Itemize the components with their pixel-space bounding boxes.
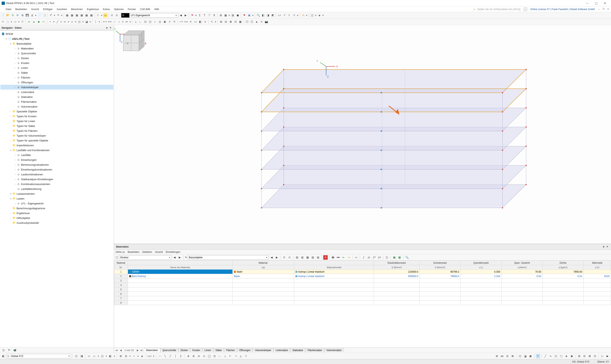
- load-pink-icon[interactable]: ●: [203, 20, 208, 24]
- cb-snap-9-icon[interactable]: ⊢: [228, 354, 233, 358]
- cb-r10-icon[interactable]: ═: [548, 354, 553, 358]
- table-tab[interactable]: Querschnitte: [160, 348, 178, 352]
- cb-snap-8-icon[interactable]: ⊥: [223, 354, 227, 358]
- snap-2-icon[interactable]: ∟: [138, 20, 143, 24]
- tabs-first-icon[interactable]: ⏮: [115, 349, 118, 352]
- t-fx-3-icon[interactable]: ƒ?: [372, 255, 376, 260]
- tree-root[interactable]: 📘 RFEM: [0, 31, 113, 36]
- snap-7-icon[interactable]: ◉: [162, 20, 167, 24]
- support-4-icon[interactable]: ⤊: [212, 13, 216, 18]
- table-row[interactable]: 3: [114, 278, 611, 283]
- cb-snap-11-icon[interactable]: ◬: [238, 354, 243, 358]
- copy-icon[interactable]: ⧉: [20, 13, 25, 18]
- cb-r18-icon[interactable]: ⊡: [593, 354, 597, 358]
- table-tab[interactable]: Volumensätze: [324, 348, 344, 352]
- tree-item[interactable]: ›◇Lastfälle: [0, 153, 113, 157]
- snap-1-icon[interactable]: ⊥: [133, 20, 138, 24]
- divide-icon[interactable]: ╎: [93, 20, 98, 24]
- snap-5-icon[interactable]: ⟐: [153, 20, 157, 24]
- tree-item[interactable]: ▾📁Lasten: [0, 196, 113, 201]
- close-button[interactable]: ✕: [600, 0, 609, 6]
- tabs-last-icon[interactable]: ⏭: [140, 349, 143, 352]
- cb-ico-3[interactable]: ▭: [87, 354, 91, 358]
- cb-ico-9[interactable]: ⟐: [132, 354, 136, 358]
- cb-r8-icon[interactable]: ↖: [536, 354, 540, 358]
- tabs-prev-icon[interactable]: ◀: [119, 349, 122, 352]
- layers-icon[interactable]: ▤: [231, 13, 235, 18]
- table-tab[interactable]: Stäbe: [213, 348, 224, 352]
- cb-r14-icon[interactable]: ◉: [570, 354, 574, 358]
- cube-icon[interactable]: ◧: [261, 13, 265, 18]
- table-row[interactable]: 2Bent DummyBasisIsotrop | Linear elastis…: [114, 274, 611, 278]
- camera-icon[interactable]: 📷: [264, 20, 269, 24]
- table-tab[interactable]: Stabsätze: [290, 348, 305, 352]
- doc-close-button[interactable]: ✕: [606, 7, 610, 11]
- table-tab[interactable]: Volumenkörper: [253, 348, 273, 352]
- menu-hilfe[interactable]: Hilfe: [152, 7, 161, 12]
- support-2-icon[interactable]: ⤒: [202, 13, 207, 18]
- tree-item[interactable]: ◇Stabsätze: [0, 94, 113, 99]
- tree-item[interactable]: ›◇Bemessungssituationen: [0, 162, 113, 167]
- snap-4-icon[interactable]: ◫: [148, 20, 152, 24]
- dim-1-icon[interactable]: ⟷: [103, 20, 107, 24]
- table-tab[interactable]: Flächensätze: [305, 348, 324, 352]
- menu-optionen[interactable]: Optionen: [112, 7, 126, 12]
- grid-opts-3-icon[interactable]: ⊠: [228, 20, 233, 24]
- cb-line-1-icon[interactable]: ─: [157, 354, 162, 358]
- surface-icon[interactable]: ▱: [70, 20, 74, 24]
- pointer-icon[interactable]: ↖: [1, 20, 5, 24]
- table-menu-bearbeiten[interactable]: Bearbeiten: [128, 251, 139, 253]
- cb-r7-icon[interactable]: ▣: [528, 354, 533, 358]
- grid-opts-2-icon[interactable]: ⊟: [224, 20, 228, 24]
- selection-arrow-icon[interactable]: ↖: [210, 20, 214, 24]
- menu-einfuegen[interactable]: Einfügen: [41, 7, 54, 12]
- t-ico-6[interactable]: ▧: [311, 255, 315, 260]
- table-tab[interactable]: Flächen: [224, 348, 237, 352]
- cb-r1-icon[interactable]: ⊞: [494, 354, 499, 358]
- materials-table[interactable]: Material Material- Elastizitätsmodul Sch…: [114, 260, 611, 305]
- table-next-icon[interactable]: ▶: [178, 255, 182, 260]
- tree-item[interactable]: ›◇LF1 - Eigengewicht: [0, 201, 113, 206]
- tree-item[interactable]: ◇Volumensätze: [0, 104, 113, 109]
- tree-item[interactable]: ▾📁Basisobjekte: [0, 41, 113, 46]
- coord-display-icon[interactable]: ◧: [1, 354, 6, 358]
- axis-z-icon[interactable]: Z: [287, 13, 291, 18]
- tree-item[interactable]: ›◇Flächen: [0, 75, 113, 80]
- tree-item[interactable]: 📁Typen für Stäbe: [0, 123, 113, 128]
- navigator-tree[interactable]: 📘 RFEM ▾ 📄 2421.rf6 | Test ▾📁Basisobjekt…: [0, 31, 114, 347]
- t-ico-5[interactable]: ▦: [305, 255, 310, 260]
- info-2-icon[interactable]: ⓘ: [250, 20, 254, 24]
- table-menu-einstellungen[interactable]: Einstellungen: [166, 251, 180, 253]
- t-fx-4-icon[interactable]: ƒ≡: [377, 255, 382, 260]
- mirror-icon[interactable]: ▲: [254, 20, 259, 24]
- table-struktur-combo[interactable]: Struktur▾: [119, 255, 171, 260]
- table-tab[interactable]: Öffnungen: [237, 348, 253, 352]
- cb-snap-3-icon[interactable]: ⊘: [196, 354, 201, 358]
- table-row[interactable]: 4: [114, 283, 611, 287]
- snap-3-icon[interactable]: ⊡: [143, 20, 147, 24]
- menu-berechnen[interactable]: Berechnen: [69, 7, 85, 12]
- cb-r6-icon[interactable]: ◪: [523, 354, 527, 358]
- tree-item[interactable]: ›◇Einwirkungskombinationen: [0, 167, 113, 172]
- menu-datei[interactable]: Datei: [4, 7, 13, 12]
- menu-cad-bim[interactable]: CAD-BIM: [138, 7, 152, 12]
- table-tab[interactable]: Liniensätze: [273, 348, 290, 352]
- tree-item[interactable]: ◇Liniensätze: [0, 90, 113, 94]
- cb-r11-icon[interactable]: ◫: [554, 354, 558, 358]
- cb-line-4-icon[interactable]: │: [173, 354, 178, 358]
- viewport-3d[interactable]: X Y Z X Y Z -Y X: [114, 25, 611, 244]
- menu-ergebnisse[interactable]: Ergebnisse: [85, 7, 101, 12]
- t-excel-icon[interactable]: ▦: [392, 255, 397, 260]
- tree-item[interactable]: ›◇Lastkombinationen: [0, 172, 113, 177]
- t-tables-icon[interactable]: ◫: [385, 255, 389, 260]
- group-combo[interactable]: G: [121, 13, 129, 18]
- load-2-icon[interactable]: ⟹: [184, 20, 188, 24]
- doc-minimize-button[interactable]: ─: [597, 7, 601, 11]
- table-menu-gehe-zu[interactable]: Gehe zu: [116, 251, 125, 253]
- cb-line-5-icon[interactable]: ┼: [179, 354, 183, 358]
- table-1-icon[interactable]: ▦: [65, 13, 69, 18]
- dim-2-icon[interactable]: ⟺: [107, 20, 112, 24]
- tree-item[interactable]: ›◇Kombinationsassistenten: [0, 182, 113, 186]
- menu-zuordnen[interactable]: Zuordnen: [55, 7, 69, 12]
- next-case-icon[interactable]: ▶: [183, 13, 188, 18]
